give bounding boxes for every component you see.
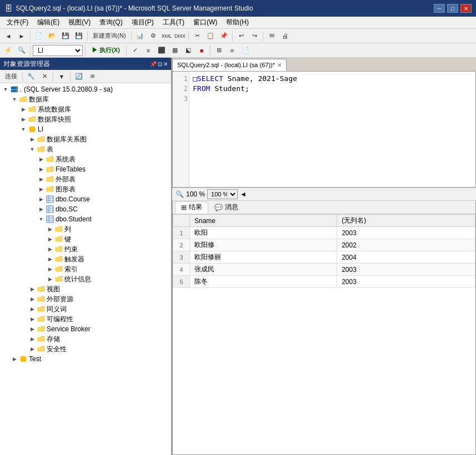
paste-icon[interactable]: 📌 (218, 31, 230, 42)
filter-button[interactable]: ▼ (56, 71, 68, 82)
database-selector[interactable]: LI (33, 45, 83, 56)
tree-node[interactable]: ▶数据库快照 (0, 114, 171, 124)
menu-tools[interactable]: 工具(T) (158, 17, 189, 28)
query-options-1[interactable]: ≡ (142, 45, 154, 56)
xml-icon[interactable]: XML (161, 31, 173, 42)
results-tab[interactable]: ⊞ 结果 (175, 201, 208, 214)
tree-node[interactable]: ▶系统数据库 (0, 104, 171, 114)
tree-node[interactable]: ▶索引 (0, 264, 171, 274)
copy-icon[interactable]: 📋 (204, 31, 217, 42)
tree-node[interactable]: ▶FileTables (0, 164, 171, 174)
expand-icon[interactable]: ▼ (28, 145, 37, 154)
menu-window[interactable]: 窗口(W) (189, 17, 222, 28)
float-icon[interactable]: ⊡ (158, 61, 162, 67)
tree-node[interactable]: ▶外部资源 (0, 294, 171, 304)
refresh-button[interactable]: 🔄 (73, 71, 85, 82)
tb2-icon2[interactable]: 🔍 (16, 45, 28, 56)
tree-node[interactable]: ▶安全性 (0, 344, 171, 354)
query-options-3[interactable]: ▦ (169, 45, 181, 56)
expand-icon[interactable]: ▶ (19, 105, 28, 114)
results-grid-container[interactable]: Sname (无列名) 1欧阳20032欧阳修20023欧阳修丽20044张成民… (173, 214, 475, 454)
expand-icon[interactable]: ▶ (46, 265, 54, 274)
expand-icon[interactable]: ▶ (37, 185, 46, 194)
expand-icon[interactable]: ▶ (46, 275, 54, 284)
menu-file[interactable]: 文件(F) (2, 17, 33, 28)
expand-icon[interactable]: ▶ (37, 165, 46, 174)
tab-close-icon[interactable]: ✕ (277, 62, 282, 68)
cut-icon[interactable]: ✂ (191, 31, 203, 42)
new-query-icon[interactable]: 📄 (33, 31, 45, 42)
close-button[interactable]: ✕ (460, 4, 472, 13)
expand-icon[interactable]: ▶ (28, 335, 37, 343)
tree-node[interactable]: ▶图形表 (0, 184, 171, 194)
messages-tab[interactable]: 💬 消息 (208, 201, 244, 214)
close-panel-icon[interactable]: ✕ (163, 61, 168, 67)
tb2-icon1[interactable]: ⚡ (2, 45, 14, 56)
expand-icon[interactable]: ▶ (28, 295, 37, 304)
tree-node[interactable]: ▶外部表 (0, 174, 171, 184)
nav-fwd-button[interactable]: ► (16, 31, 28, 42)
expand-icon[interactable]: ▶ (28, 325, 37, 333)
editor-content[interactable]: □SELECT Sname, 2021-Sage FROM Student; (189, 72, 475, 187)
nav-back-button[interactable]: ◄ (2, 31, 14, 42)
expand-icon[interactable]: ▶ (37, 155, 46, 164)
tree-node[interactable]: ▶视图 (0, 284, 171, 294)
expand-icon[interactable]: ▶ (46, 255, 54, 264)
tree-node[interactable]: ▼dbo.Student (0, 214, 171, 224)
new-query-btn[interactable]: 新建查询(N) (90, 31, 129, 42)
minimize-button[interactable]: ─ (434, 4, 445, 13)
tree-node[interactable]: ▼表 (0, 144, 171, 154)
expand-icon[interactable]: ▼ (10, 95, 19, 104)
file-btn[interactable]: 📄 (239, 45, 252, 56)
redo-icon[interactable]: ↪ (248, 31, 260, 42)
save-icon[interactable]: 💾 (59, 31, 72, 42)
tree-node[interactable]: ▶dbo.Course (0, 194, 171, 204)
expand-icon[interactable]: ▶ (37, 195, 46, 204)
expand-icon[interactable]: ▼ (1, 85, 10, 94)
expand-icon[interactable]: ▶ (46, 245, 54, 254)
expand-icon[interactable]: ▶ (28, 345, 37, 353)
query-tab[interactable]: SQLQuery2.sql - (local).LI (sa (67))* ✕ (172, 59, 287, 71)
tree-node[interactable]: ▼. (SQL Server 15.0.2080.9 - sa) (0, 84, 171, 94)
menu-help[interactable]: 帮助(H) (222, 17, 253, 28)
tree-node[interactable]: ▶存储 (0, 334, 171, 344)
execute-button[interactable]: ▶ 执行(X) (88, 45, 124, 56)
zoom-selector[interactable]: 100 % (207, 189, 238, 199)
expand-icon[interactable]: ▶ (28, 315, 37, 323)
tree-node[interactable]: ▶Service Broker (0, 324, 171, 334)
expand-icon[interactable]: ▶ (37, 205, 46, 214)
check-button[interactable]: ✓ (129, 45, 141, 56)
text-btn[interactable]: ≡ (226, 45, 238, 56)
tree-node[interactable]: ▶列 (0, 224, 171, 234)
maximize-button[interactable]: □ (447, 4, 458, 13)
tree-node[interactable]: ▶Test (0, 354, 171, 364)
tree-node[interactable]: ▼数据库 (0, 94, 171, 104)
tree-node[interactable]: ▶系统表 (0, 154, 171, 164)
menu-project[interactable]: 项目(P) (127, 17, 158, 28)
menu-view[interactable]: 视图(V) (64, 17, 95, 28)
expand-icon[interactable]: ▶ (28, 305, 37, 314)
dml-icon[interactable]: ⚙ (147, 31, 159, 42)
tree-node[interactable]: ▼LI (0, 124, 171, 134)
dmx-icon[interactable]: DMX (174, 31, 186, 42)
save-all-icon[interactable]: 💾 (73, 31, 85, 42)
tree-node[interactable]: ▶约束 (0, 244, 171, 254)
expand-icon[interactable]: ▶ (37, 175, 46, 184)
query-options-4[interactable]: ⬕ (182, 45, 194, 56)
stop-button[interactable]: ■ (196, 45, 208, 56)
menu-query[interactable]: 查询(Q) (95, 17, 127, 28)
analysis-icon[interactable]: 📊 (134, 31, 146, 42)
tree-node[interactable]: ▶可编程性 (0, 314, 171, 324)
tree-node[interactable]: ▶触发器 (0, 254, 171, 264)
expand-icon[interactable]: ▶ (46, 235, 54, 244)
scroll-left-icon[interactable]: ◄ (240, 190, 247, 198)
print-icon[interactable]: 🖨 (279, 31, 291, 42)
connect-button[interactable]: 连接 (2, 71, 20, 82)
tree-node[interactable]: ▶键 (0, 234, 171, 244)
pin-icon[interactable]: 📌 (150, 61, 157, 67)
undo-icon[interactable]: ↩ (235, 31, 247, 42)
expand-icon[interactable]: ▶ (46, 225, 54, 234)
tree-node[interactable]: ▶统计信息 (0, 274, 171, 284)
open-icon[interactable]: 📂 (46, 31, 58, 42)
mail-icon[interactable]: ✉ (265, 31, 278, 42)
